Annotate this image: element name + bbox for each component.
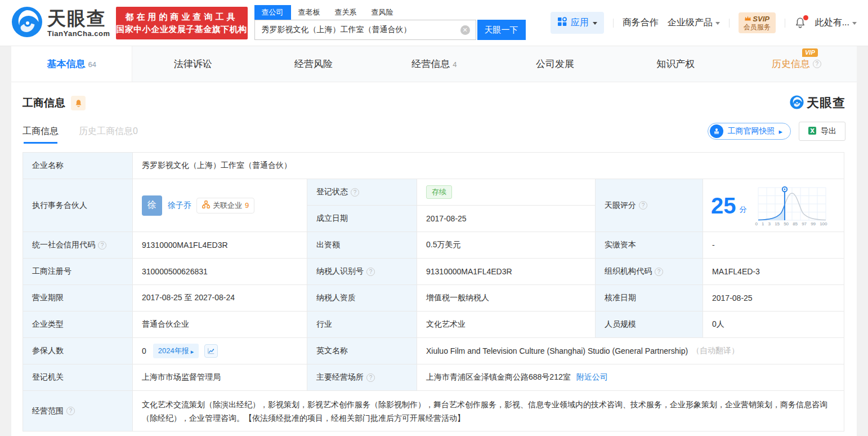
user-menu[interactable]: 此处有... bbox=[815, 17, 857, 29]
tab-label: 经营风险 bbox=[294, 57, 333, 70]
tab-intellectual-property[interactable]: 知识产权 bbox=[615, 46, 736, 82]
help-icon[interactable] bbox=[639, 201, 647, 210]
chevron-down-icon bbox=[593, 22, 597, 25]
search-tab-company[interactable]: 查公司 bbox=[254, 5, 291, 20]
promo-line2: 国家中小企业发展子基金旗下机构 bbox=[116, 23, 247, 35]
help-icon[interactable] bbox=[655, 268, 663, 276]
search-tab-relation[interactable]: 查关系 bbox=[328, 5, 364, 20]
english-name-text: Xiuluo Film and Television Culture (Shan… bbox=[426, 346, 688, 355]
export-label: 导出 bbox=[821, 126, 836, 136]
help-icon[interactable] bbox=[98, 241, 106, 250]
tab-history-info[interactable]: 历史信息 VIP bbox=[736, 46, 857, 82]
field-value-credit-code: 91310000MA1FL4ED3R bbox=[133, 232, 307, 259]
member-service-label: 会员服务 bbox=[744, 23, 771, 31]
related-companies-count: 9 bbox=[245, 201, 249, 210]
annual-report-badge[interactable]: 2024年报 bbox=[153, 344, 199, 358]
field-value-reg-number: 310000500626831 bbox=[133, 259, 307, 285]
svip-member-button[interactable]: SVIP 会员服务 bbox=[739, 12, 776, 34]
apps-menu[interactable]: 应用 bbox=[551, 12, 604, 34]
status-badge: 存续 bbox=[426, 185, 452, 199]
tab-label: 法律诉讼 bbox=[174, 57, 212, 70]
auto-translate-note: （自动翻译） bbox=[692, 346, 739, 356]
field-value-company-name: 秀罗影视文化（上海）工作室（普通合伙） bbox=[133, 153, 844, 179]
field-value-reg-status: 存续 bbox=[417, 179, 596, 206]
field-label-taxpayer-id: 纳税人识别号 bbox=[307, 259, 417, 285]
tab-operation-risk[interactable]: 经营风险 bbox=[253, 46, 374, 82]
field-label-company-type: 企业类型 bbox=[23, 312, 133, 338]
help-icon[interactable] bbox=[66, 407, 75, 415]
field-value-business-term: 2017-08-25 至 2027-08-24 bbox=[133, 285, 307, 312]
arrow-right-icon bbox=[191, 347, 194, 355]
logo-domain: TianYanCha.com bbox=[47, 30, 110, 37]
field-label-insured: 参保人数 bbox=[23, 338, 133, 364]
tab-label: 基本信息 bbox=[47, 57, 85, 70]
stamp-icon bbox=[710, 124, 723, 138]
monitor-bell-icon[interactable] bbox=[71, 96, 86, 110]
partner-avatar[interactable]: 徐 bbox=[142, 195, 162, 216]
search-tab-boss[interactable]: 查老板 bbox=[291, 5, 328, 20]
help-icon[interactable] bbox=[813, 60, 821, 68]
field-value-reg-authority: 上海市市场监督管理局 bbox=[133, 364, 307, 391]
svip-label: SVIP bbox=[753, 15, 769, 24]
chevron-down-icon bbox=[715, 22, 720, 25]
vip-badge: VIP bbox=[802, 48, 818, 57]
field-label-est-date: 成立日期 bbox=[307, 206, 417, 232]
tab-legal-litigation[interactable]: 法律诉讼 bbox=[132, 46, 253, 82]
clear-search-icon[interactable] bbox=[460, 25, 470, 35]
search-input[interactable] bbox=[262, 25, 460, 34]
field-label-reg-status: 登记状态 bbox=[307, 179, 417, 206]
label-text: 登记状态 bbox=[316, 187, 348, 197]
tab-label: 经营信息 bbox=[411, 57, 450, 70]
snapshot-label: 工商官网快照 bbox=[727, 126, 775, 136]
field-label-reg-authority: 登记机关 bbox=[23, 364, 133, 391]
label-text: 经营范围 bbox=[32, 406, 64, 416]
score-number: 25 bbox=[711, 194, 736, 217]
header-actions: 应用 商务合作 企业级产品 SVIP 会员服务 bbox=[551, 12, 857, 34]
field-label-managing-partner: 执行事务合伙人 bbox=[23, 179, 133, 232]
field-value-est-date: 2017-08-25 bbox=[417, 206, 596, 232]
field-label-business-scope: 经营范围 bbox=[23, 391, 133, 431]
site-header: 天眼查 TianYanCha.com 都在用的商业查询工具 国家中小企业发展子基… bbox=[0, 0, 868, 46]
subtab-history-business-info[interactable]: 历史工商信息0 bbox=[79, 126, 138, 137]
username-label: 此处有... bbox=[815, 17, 849, 29]
help-icon[interactable] bbox=[366, 268, 375, 276]
partner-name-link[interactable]: 徐子乔 bbox=[168, 201, 191, 211]
business-cooperation-link[interactable]: 商务合作 bbox=[623, 17, 659, 29]
search-tabs: 查公司 查老板 查关系 查风险 bbox=[254, 6, 526, 20]
enterprise-products-menu[interactable]: 企业级产品 bbox=[668, 17, 720, 29]
search-box bbox=[254, 20, 476, 40]
official-snapshot-button[interactable]: 工商官网快照 bbox=[708, 123, 791, 140]
search-button[interactable]: 天眼一下 bbox=[477, 20, 526, 40]
notifications-bell-icon[interactable] bbox=[794, 17, 806, 29]
section-title: 工商信息 bbox=[23, 96, 65, 110]
search-tab-risk[interactable]: 查风险 bbox=[364, 5, 401, 20]
tab-company-development[interactable]: 公司发展 bbox=[495, 46, 615, 82]
header-divider bbox=[785, 19, 785, 28]
label-text: 统一社会信用代码 bbox=[32, 240, 95, 250]
help-icon[interactable] bbox=[366, 373, 375, 382]
score-axis-ticks: 01 315 5085 9799 100 bbox=[755, 221, 827, 226]
trend-chart-icon[interactable] bbox=[204, 344, 218, 358]
field-value-business-scope: 文化艺术交流策划（除演出经纪），影视策划，影视艺术创作服务（除影视制作），舞台艺… bbox=[133, 391, 844, 431]
tab-basic-info[interactable]: 基本信息 64 bbox=[11, 46, 132, 82]
field-label-paid-capital: 实缴资本 bbox=[596, 232, 703, 259]
insured-count: 0 bbox=[142, 346, 146, 355]
tab-label: 知识产权 bbox=[656, 57, 695, 70]
field-value-industry: 文化艺术业 bbox=[417, 312, 596, 338]
related-companies-badge[interactable]: 关联企业 9 bbox=[196, 198, 254, 213]
label-text: 天眼评分 bbox=[605, 201, 636, 211]
field-label-capital: 出资额 bbox=[307, 232, 417, 259]
help-icon[interactable] bbox=[351, 188, 359, 197]
field-value-capital: 0.5万美元 bbox=[417, 232, 596, 259]
tianyancha-swirl-icon bbox=[790, 95, 804, 111]
field-label-business-site: 主要经营场所 bbox=[307, 364, 417, 391]
chevron-down-icon bbox=[852, 22, 857, 25]
tab-operation-info[interactable]: 经营信息 4 bbox=[374, 46, 494, 82]
nearby-companies-link[interactable]: 附近公司 bbox=[576, 372, 608, 382]
field-value-staff-size: 0人 bbox=[703, 312, 844, 338]
tianyancha-logo[interactable]: 天眼查 TianYanCha.com bbox=[11, 6, 110, 39]
export-button[interactable]: X 导出 bbox=[799, 122, 845, 141]
subtab-business-info[interactable]: 工商信息 bbox=[23, 126, 59, 137]
label-text: 主要经营场所 bbox=[316, 372, 364, 382]
score-distribution-chart: 01 315 5085 9799 100 bbox=[753, 184, 831, 226]
